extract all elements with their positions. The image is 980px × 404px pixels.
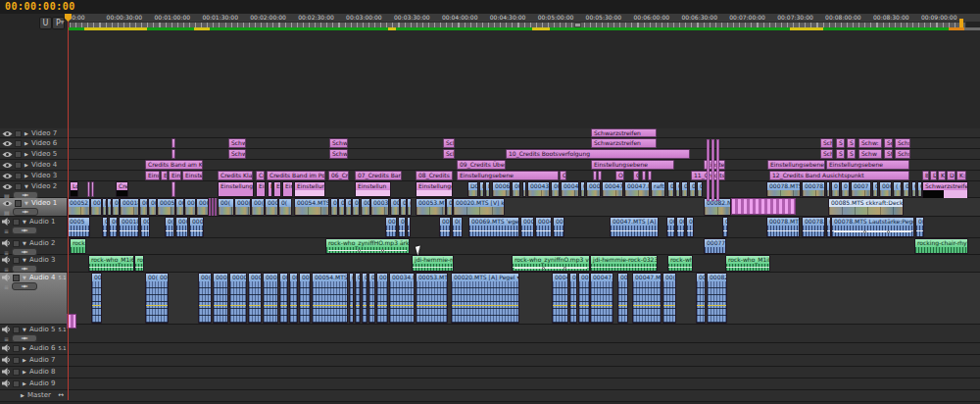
clip[interactable]: Einst xyxy=(282,181,293,197)
clip[interactable]: 00( ( xyxy=(91,273,102,324)
clip[interactable]: 00( xyxy=(218,198,234,216)
clip[interactable]: 00034.N xyxy=(370,198,389,216)
clip[interactable]: jdi-hemmie-rock- xyxy=(412,255,454,272)
track-header-audio-4[interactable]: ▼Audio 45.1≡◂◆▸ xyxy=(0,273,67,325)
clip[interactable]: K: xyxy=(938,171,946,180)
clip[interactable]: 000( xyxy=(248,273,262,324)
clip[interactable]: 000( xyxy=(439,217,451,237)
collapse-arrow-icon[interactable]: ▶ xyxy=(22,345,27,351)
clip[interactable]: 00020.MTS [V] kraft ▾ xyxy=(453,198,505,216)
clip[interactable]: 0 xyxy=(903,181,909,197)
clip[interactable]: OO xyxy=(615,171,624,180)
clip[interactable]: 000 xyxy=(140,217,150,237)
clip[interactable]: ( xyxy=(826,181,830,197)
clip[interactable]: 00 xyxy=(289,273,298,324)
clip[interactable]: 00054.MTS xyxy=(312,273,348,324)
clip[interactable]: 00085.MTS ckkraft:Deckkraft ▾ xyxy=(828,198,904,216)
clip[interactable]: Cre xyxy=(116,181,128,197)
clip[interactable]: 00047.N xyxy=(590,273,613,324)
clip[interactable]: Schs xyxy=(895,149,910,159)
sync-lock-icon[interactable] xyxy=(13,345,20,352)
sync-lock-icon[interactable] xyxy=(15,151,22,158)
clip[interactable]: 0007 xyxy=(851,181,871,197)
track-header-video-6[interactable]: ▶Video 6 xyxy=(0,138,67,149)
clip[interactable]: 00( xyxy=(722,217,728,237)
clip[interactable]: 0000( xyxy=(229,273,247,324)
clip[interactable]: 00 xyxy=(148,198,157,216)
clip[interactable]: C xyxy=(593,171,597,180)
volume-keyframe-line[interactable] xyxy=(834,231,911,232)
clip[interactable]: Schwarzstreifen xyxy=(591,138,657,148)
clip[interactable]: 00078.MTS [A] xyxy=(766,217,800,237)
clip[interactable]: i xyxy=(598,171,602,180)
clip[interactable]: K: xyxy=(956,171,966,180)
thin-title-clip[interactable] xyxy=(716,139,719,201)
clip[interactable]: Sc xyxy=(884,138,893,148)
collapse-arrow-icon[interactable]: ▼ xyxy=(22,219,27,225)
sync-lock-icon[interactable] xyxy=(15,173,22,179)
clip[interactable]: 00- xyxy=(90,198,102,216)
sync-lock-icon[interactable] xyxy=(13,257,20,264)
keyframe-nav-widget[interactable]: ◂◆▸ xyxy=(13,208,38,216)
track-header-video-7[interactable]: ▶Video 7 xyxy=(0,128,67,138)
clip[interactable]: Credits Klaus xyxy=(218,171,253,180)
clip[interactable]: 0 xyxy=(841,181,850,197)
clip[interactable]: Einstell xyxy=(145,171,160,180)
collapse-arrow-icon[interactable]: ▼ xyxy=(22,275,27,280)
clip[interactable]: 08_Credits Ban xyxy=(416,171,453,180)
clip[interactable]: ( xyxy=(407,198,412,216)
clip[interactable]: 000( xyxy=(213,273,228,324)
clip[interactable]: raft ▾ xyxy=(651,181,665,197)
waveform-style-icon[interactable]: ≡ xyxy=(4,335,9,342)
clip[interactable] xyxy=(172,149,175,159)
keyframe-nav-widget[interactable]: ◂◆▸ xyxy=(12,334,37,342)
sync-lock-icon[interactable] xyxy=(15,162,22,169)
clip[interactable]: rockin xyxy=(70,238,86,254)
clip[interactable]: Ein xyxy=(161,171,168,180)
clip[interactable]: 00065 xyxy=(492,181,511,197)
clip[interactable]: 06_Cred xyxy=(328,171,349,180)
clip[interactable]: i xyxy=(642,171,646,180)
clip[interactable]: rock-who_M1iE7 xyxy=(725,255,770,272)
sync-lock-icon[interactable] xyxy=(13,357,20,364)
clip[interactable]: 00078.MTS Lautstärke:Pegel ▾ xyxy=(831,217,914,237)
clip[interactable]: 00( xyxy=(676,217,685,237)
clip[interactable]: Lo xyxy=(70,181,78,197)
collapse-arrow-icon[interactable]: ▶ xyxy=(20,392,25,398)
collapse-arrow-icon[interactable]: ▼ xyxy=(22,327,27,332)
keyframe-nav-widget[interactable]: ◂◆▸ xyxy=(12,265,37,273)
clip[interactable]: 00( xyxy=(662,273,676,324)
clip[interactable]: 00043.( xyxy=(535,217,552,237)
clip[interactable]: Schw: xyxy=(858,138,882,148)
clip[interactable]: 00034.N xyxy=(389,273,415,324)
playhead-timecode[interactable]: 00:00:00:00 xyxy=(5,1,75,12)
thin-title-clip[interactable] xyxy=(215,198,217,216)
track-header-audio-6[interactable]: ▶Audio 65.1 xyxy=(0,343,67,355)
sync-lock-icon[interactable] xyxy=(15,140,22,147)
toggle-track-output-eye-icon[interactable] xyxy=(2,162,13,169)
clip[interactable]: 09_Credits Überfall E xyxy=(457,160,506,170)
clip[interactable]: S xyxy=(836,138,845,148)
clip[interactable]: 00( xyxy=(112,198,120,216)
clip[interactable]: 000 xyxy=(879,181,892,197)
clip[interactable]: Einstellungsebene xyxy=(457,171,559,180)
sync-lock-icon[interactable] xyxy=(13,369,20,376)
track-header-audio-2[interactable]: ▼Audio 2≡◂◆▸ xyxy=(0,238,67,255)
clip[interactable]: 00047.N xyxy=(602,181,623,197)
clip[interactable]: rock-who_zyniffHO.mp3 ärke:Pegel ▾ xyxy=(325,238,410,254)
clip[interactable]: rocking-chair-rhythm xyxy=(914,238,968,254)
track-header-audio-3[interactable]: ▼Audio 3≡◂◆▸ xyxy=(0,255,67,273)
clip[interactable]: Schwarzstreifen xyxy=(591,128,657,137)
clip[interactable]: 00( xyxy=(385,217,397,237)
clip[interactable]: Einstellungsebene xyxy=(826,160,909,170)
clip[interactable]: 00018 xyxy=(119,217,139,237)
clip[interactable]: 000 xyxy=(361,198,370,216)
track-header-master[interactable]: ▶Master↔ xyxy=(0,390,67,402)
clip[interactable]: Einstellun xyxy=(355,181,391,197)
clip[interactable]: 0( xyxy=(675,181,680,197)
clip[interactable]: Oi xyxy=(633,171,639,180)
clip[interactable]: 000 xyxy=(400,198,407,216)
sync-lock-icon[interactable] xyxy=(13,327,20,333)
clip[interactable]: 0 xyxy=(330,198,338,216)
track-header-audio-5[interactable]: ▼Audio 55.1≡◂◆▸ xyxy=(0,325,67,343)
